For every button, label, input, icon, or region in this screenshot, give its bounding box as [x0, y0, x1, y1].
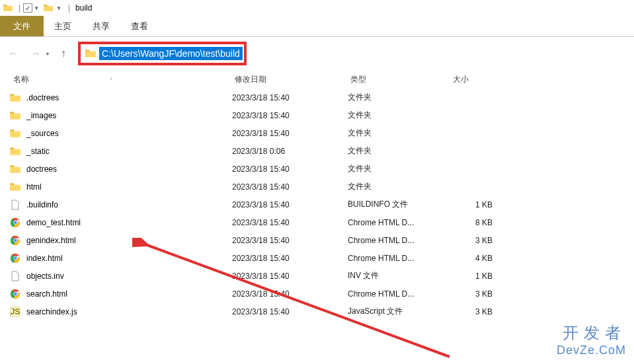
file-size: 3 KB [446, 289, 512, 299]
column-date[interactable]: 修改日期 [231, 74, 346, 85]
file-date: 2023/3/18 15:40 [228, 272, 344, 281]
file-size: 3 KB [446, 236, 512, 245]
file-type: 文件夹 [344, 110, 446, 121]
file-type: JavaScript 文件 [344, 306, 446, 317]
file-name: index.html [26, 254, 228, 263]
watermark-bottom: DevZe.CoM [557, 344, 626, 357]
quick-access-dropdown[interactable]: ▼ [34, 5, 39, 11]
folder-icon [9, 127, 21, 139]
file-type: 文件夹 [344, 127, 446, 139]
file-icon [9, 199, 21, 211]
quick-access-check[interactable]: ✓ [23, 3, 32, 13]
file-name: searchindex.js [26, 307, 228, 316]
file-row[interactable]: _static2023/3/18 0:06文件夹 [9, 142, 634, 160]
js-icon: JS [9, 306, 21, 318]
file-date: 2023/3/18 15:40 [228, 218, 344, 227]
nav-row: ← → ▾ ↑ C:\Users\WangJF\demo\test\build [0, 37, 634, 70]
address-highlight: C:\Users\WangJF\demo\test\build [78, 42, 247, 65]
file-type: 文件夹 [344, 181, 446, 192]
file-name: html [26, 182, 228, 192]
tab-view[interactable]: 查看 [120, 16, 159, 36]
chrome-icon [9, 252, 21, 264]
file-row[interactable]: demo_test.html2023/3/18 15:40Chrome HTML… [9, 213, 634, 231]
file-name: _sources [26, 129, 228, 138]
file-size: 4 KB [446, 254, 512, 263]
file-name: .buildinfo [26, 200, 228, 209]
tab-file[interactable]: 文件 [0, 16, 44, 36]
watermark-top: 开发者 [557, 322, 626, 344]
ribbon-tabs: 文件 主页 共享 查看 [0, 16, 634, 37]
file-date: 2023/3/18 15:40 [228, 236, 344, 245]
file-size: 8 KB [446, 218, 512, 227]
file-type: 文件夹 [344, 163, 446, 174]
file-date: 2023/3/18 15:40 [228, 289, 344, 299]
folder-icon [9, 145, 21, 157]
file-row[interactable]: JSsearchindex.js2023/3/18 15:40JavaScrip… [9, 303, 634, 320]
file-date: 2023/3/18 15:40 [228, 129, 344, 138]
file-row[interactable]: genindex.html2023/3/18 15:40Chrome HTML … [9, 231, 634, 249]
column-type[interactable]: 类型 [346, 74, 449, 85]
file-type: Chrome HTML D... [344, 236, 446, 245]
file-size: 1 KB [446, 200, 512, 209]
window-title: build [75, 3, 92, 13]
file-date: 2023/3/18 15:40 [228, 93, 344, 102]
file-date: 2023/3/18 15:40 [228, 111, 344, 120]
folder-icon [3, 3, 13, 13]
file-date: 2023/3/18 0:06 [228, 147, 344, 156]
file-row[interactable]: _sources2023/3/18 15:40文件夹 [9, 124, 634, 142]
file-type: 文件夹 [344, 92, 446, 103]
titlebar: | ✓ ▼ ▼ | build [0, 0, 634, 16]
file-row[interactable]: doctrees2023/3/18 15:40文件夹 [9, 160, 634, 178]
file-row[interactable]: .buildinfo2023/3/18 15:40BUILDINFO 文件1 K… [9, 196, 634, 213]
file-name: genindex.html [26, 236, 228, 245]
folder-icon [9, 92, 21, 104]
separator: | [19, 3, 20, 13]
file-date: 2023/3/18 15:40 [228, 164, 344, 174]
file-name: objects.inv [26, 272, 228, 281]
file-list: .doctrees2023/3/18 15:40文件夹_images2023/3… [0, 89, 634, 320]
tab-share[interactable]: 共享 [82, 16, 120, 36]
file-row[interactable]: search.html2023/3/18 15:40Chrome HTML D.… [9, 285, 634, 303]
column-name[interactable]: 名称＾ [9, 74, 231, 85]
chrome-icon [9, 288, 21, 300]
separator: | [68, 3, 70, 13]
file-row[interactable]: index.html2023/3/18 15:40Chrome HTML D..… [9, 249, 634, 267]
file-date: 2023/3/18 15:40 [228, 182, 344, 192]
folder-icon [43, 3, 54, 13]
address-bar-wrap: C:\Users\WangJF\demo\test\build [78, 42, 629, 65]
file-name: _static [26, 147, 228, 156]
file-type: Chrome HTML D... [344, 289, 446, 299]
file-type: BUILDINFO 文件 [344, 199, 446, 210]
folder-icon [85, 48, 97, 59]
file-row[interactable]: _images2023/3/18 15:40文件夹 [9, 106, 634, 124]
titlebar-dropdown[interactable]: ▼ [56, 5, 61, 11]
column-size[interactable]: 大小 [449, 74, 515, 85]
file-type: 文件夹 [344, 145, 446, 157]
file-type: Chrome HTML D... [344, 254, 446, 263]
file-row[interactable]: .doctrees2023/3/18 15:40文件夹 [9, 89, 634, 106]
file-row[interactable]: html2023/3/18 15:40文件夹 [9, 178, 634, 196]
file-icon [9, 270, 21, 282]
file-date: 2023/3/18 15:40 [228, 200, 344, 209]
file-size: 3 KB [446, 307, 512, 316]
chrome-icon [9, 217, 21, 229]
folder-icon [9, 163, 21, 175]
forward-button[interactable]: → [28, 46, 44, 61]
address-input[interactable]: C:\Users\WangJF\demo\test\build [99, 47, 243, 60]
file-size: 1 KB [446, 272, 512, 281]
file-date: 2023/3/18 15:40 [228, 254, 344, 263]
up-button[interactable]: ↑ [56, 46, 71, 61]
tab-home[interactable]: 主页 [44, 16, 82, 36]
file-name: .doctrees [26, 93, 228, 102]
file-type: Chrome HTML D... [344, 218, 446, 227]
file-type: INV 文件 [344, 270, 446, 281]
watermark: 开发者 DevZe.CoM [557, 322, 626, 357]
file-name: doctrees [26, 164, 228, 174]
file-name: _images [26, 111, 228, 120]
column-headers: 名称＾ 修改日期 类型 大小 [0, 70, 634, 89]
file-row[interactable]: objects.inv2023/3/18 15:40INV 文件1 KB [9, 267, 634, 285]
back-button[interactable]: ← [5, 46, 21, 61]
chrome-icon [9, 235, 21, 246]
folder-icon [9, 181, 21, 193]
history-dropdown[interactable]: ▾ [46, 51, 49, 57]
